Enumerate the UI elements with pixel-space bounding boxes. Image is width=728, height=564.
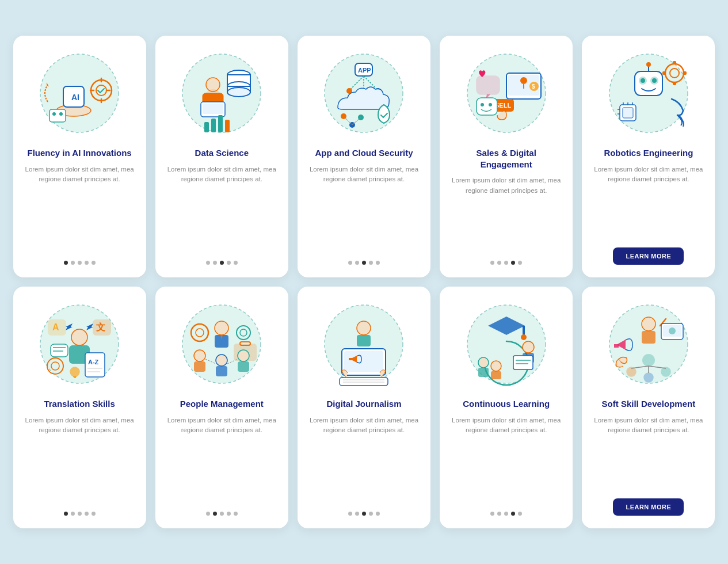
dot-3[interactable] (369, 512, 373, 516)
dot-1[interactable] (71, 261, 75, 265)
svg-point-144 (669, 327, 676, 334)
svg-point-94 (70, 367, 79, 376)
card-learning: Continuous LearningLorem ipsum dolor sit… (440, 287, 573, 528)
dot-3[interactable] (511, 512, 515, 516)
svg-text:A-Z: A-Z (88, 359, 99, 365)
dot-0[interactable] (64, 261, 68, 265)
dot-4[interactable] (376, 261, 380, 265)
card-desc-soft-skill: Lorem ipsum dolor sit dim amet, mea regi… (592, 416, 704, 491)
dot-1[interactable] (355, 512, 359, 516)
dot-0[interactable] (348, 512, 352, 516)
card-title-translation: Translation Skills (44, 398, 115, 410)
card-dots-data-science (206, 261, 238, 265)
dot-1[interactable] (213, 261, 217, 265)
svg-rect-67 (673, 82, 676, 85)
dot-4[interactable] (92, 512, 96, 516)
svg-rect-116 (357, 335, 371, 346)
svg-point-54 (489, 103, 492, 106)
dot-3[interactable] (85, 512, 89, 516)
svg-rect-91 (51, 344, 68, 357)
illustration-sales-digital: $ SELL (460, 47, 552, 139)
svg-point-61 (652, 78, 657, 83)
card-cloud-security: APP App and Cloud SecurityLorem ipsum do… (298, 36, 430, 277)
dot-4[interactable] (234, 512, 238, 516)
svg-point-109 (238, 350, 249, 361)
card-journalism: Digital JournalismLorem ipsum dolor sit … (298, 287, 430, 528)
card-desc-cloud-security: Lorem ipsum dolor sit dim amet, mea regi… (308, 165, 420, 253)
dot-4[interactable] (376, 512, 380, 516)
dot-3[interactable] (369, 261, 373, 265)
dot-3[interactable] (227, 512, 231, 516)
svg-rect-140 (642, 331, 655, 344)
svg-rect-120 (340, 378, 388, 386)
svg-rect-24 (218, 115, 223, 132)
dot-0[interactable] (490, 261, 494, 265)
dot-1[interactable] (497, 261, 501, 265)
dot-4[interactable] (234, 261, 238, 265)
svg-rect-69 (683, 71, 687, 75)
dot-3[interactable] (511, 261, 515, 265)
svg-point-105 (194, 350, 205, 361)
dot-2[interactable] (362, 261, 366, 265)
card-title-cloud-security: App and Cloud Security (315, 147, 413, 159)
svg-rect-136 (491, 371, 501, 379)
svg-rect-22 (204, 122, 209, 132)
dot-1[interactable] (355, 261, 359, 265)
svg-point-53 (481, 103, 484, 106)
dot-1[interactable] (71, 512, 75, 516)
svg-rect-23 (211, 119, 216, 132)
svg-point-16 (227, 87, 250, 97)
svg-rect-7 (49, 109, 66, 122)
dot-0[interactable] (490, 512, 494, 516)
card-desc-robotics: Lorem ipsum dolor sit dim amet, mea regi… (592, 165, 704, 240)
dot-0[interactable] (206, 512, 210, 516)
svg-point-139 (642, 317, 655, 331)
svg-point-8 (52, 112, 56, 116)
illustration-journalism (318, 298, 410, 390)
card-dots-sales-digital (490, 261, 522, 265)
dot-2[interactable] (220, 261, 224, 265)
dot-2[interactable] (220, 512, 224, 516)
svg-rect-66 (673, 61, 676, 64)
dot-2[interactable] (362, 512, 366, 516)
card-title-soft-skill: Soft Skill Development (602, 398, 696, 410)
svg-text:A: A (52, 322, 59, 332)
learn-more-button-soft-skill[interactable]: LEARN MORE (613, 498, 684, 516)
learn-more-button-robotics[interactable]: LEARN MORE (613, 247, 684, 265)
dot-4[interactable] (518, 512, 522, 516)
illustration-cloud-security: APP (318, 47, 410, 139)
svg-point-135 (491, 361, 501, 371)
card-people-mgmt: People ManagementLorem ipsum dolor sit d… (155, 287, 288, 528)
svg-point-147 (627, 367, 636, 376)
svg-rect-134 (478, 368, 489, 377)
dot-1[interactable] (213, 512, 217, 516)
svg-text:$: $ (532, 83, 535, 90)
dot-4[interactable] (92, 261, 96, 265)
card-dots-cloud-security (348, 261, 380, 265)
dot-0[interactable] (348, 261, 352, 265)
card-title-data-science: Data Science (195, 147, 249, 159)
svg-point-97 (215, 321, 228, 335)
card-title-robotics: Robotics Engineering (604, 147, 693, 159)
illustration-ai-innovations: AI (33, 47, 125, 139)
svg-rect-68 (662, 71, 666, 75)
svg-rect-108 (216, 366, 227, 376)
dot-2[interactable] (78, 261, 82, 265)
svg-point-146 (643, 355, 654, 366)
card-desc-data-science: Lorem ipsum dolor sit dim amet, mea regi… (166, 165, 278, 253)
svg-point-9 (59, 112, 63, 116)
svg-rect-118 (344, 351, 383, 372)
dot-2[interactable] (504, 261, 508, 265)
card-title-people-mgmt: People Management (180, 398, 264, 410)
dot-3[interactable] (85, 261, 89, 265)
dot-4[interactable] (518, 261, 522, 265)
svg-rect-130 (513, 356, 533, 369)
card-soft-skill: Soft Skill DevelopmentLorem ipsum dolor … (582, 287, 715, 528)
dot-1[interactable] (497, 512, 501, 516)
dot-3[interactable] (227, 261, 231, 265)
dot-0[interactable] (206, 261, 210, 265)
dot-2[interactable] (504, 512, 508, 516)
dot-0[interactable] (64, 512, 68, 516)
svg-rect-52 (477, 98, 497, 115)
dot-2[interactable] (78, 512, 82, 516)
